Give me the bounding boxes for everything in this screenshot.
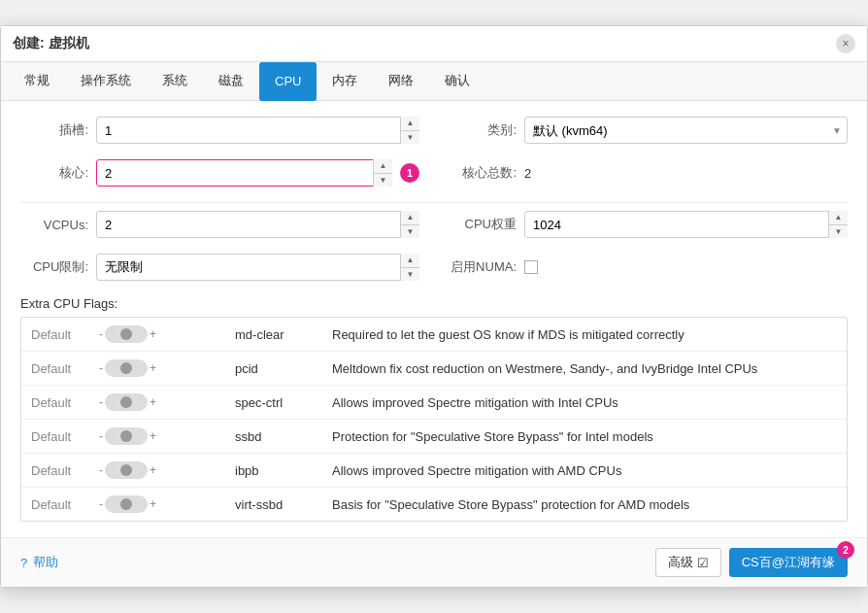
vcpus-input[interactable] — [96, 211, 419, 238]
category-select-wrap: 默认 (kvm64) ▼ — [524, 117, 848, 144]
category-row: 类别: 默认 (kvm64) ▼ — [449, 117, 848, 144]
flag-name: spec-ctrl — [225, 386, 322, 420]
tab-cpu[interactable]: CPU — [259, 62, 317, 101]
slot-spin-up[interactable]: ▲ — [401, 117, 419, 131]
toggle-plus-icon[interactable]: + — [150, 361, 156, 375]
flag-toggle[interactable]: - + — [89, 454, 225, 488]
toggle-plus-icon[interactable]: + — [150, 463, 156, 477]
close-button[interactable]: × — [836, 34, 855, 53]
total-cores-row: 核心总数: 2 — [449, 159, 848, 187]
footer: ? 帮助 高级 ☑ CS百@江湖有缘 2 — [1, 537, 867, 587]
numa-label: 启用NUMA: — [449, 258, 517, 276]
advanced-checkbox: ☑ — [697, 556, 709, 570]
category-label: 类别: — [449, 121, 517, 139]
table-row: Default - + virt-ssbd Basis for "Specula… — [21, 488, 847, 522]
tab-memory[interactable]: 内存 — [317, 62, 373, 101]
tab-system[interactable]: 系统 — [147, 62, 203, 101]
cores-spin-up[interactable]: ▲ — [374, 159, 392, 174]
flag-state: Default — [21, 386, 89, 420]
toggle-track[interactable] — [105, 427, 148, 445]
toggle-track[interactable] — [105, 495, 148, 513]
vcpus-spin-down[interactable]: ▼ — [401, 225, 419, 239]
slot-label: 插槽: — [20, 121, 88, 139]
toggle-minus-icon[interactable]: - — [99, 395, 103, 409]
toggle-track[interactable] — [105, 393, 148, 411]
cpu-limit-spin-down[interactable]: ▼ — [401, 268, 419, 282]
flag-name: ssbd — [225, 420, 322, 454]
tab-os[interactable]: 操作系统 — [65, 62, 147, 101]
tab-general[interactable]: 常规 — [9, 62, 65, 101]
form-section-4: CPU限制: ▲ ▼ 启用NUMA: — [20, 254, 848, 281]
flags-table: Default - + md-clear Required to let the… — [21, 318, 847, 521]
cpu-weight-row: CPU权重 ▲ ▼ — [449, 211, 848, 238]
flag-description: Allows improved Spectre mitigation with … — [322, 454, 847, 488]
vcpus-spin-buttons: ▲ ▼ — [400, 211, 419, 238]
toggle-minus-icon[interactable]: - — [99, 497, 103, 511]
cpu-weight-input[interactable] — [524, 211, 848, 238]
advanced-button[interactable]: 高级 ☑ — [655, 548, 721, 577]
category-select[interactable]: 默认 (kvm64) — [524, 117, 848, 144]
flag-description: Basis for "Speculative Store Bypass" pro… — [322, 488, 847, 522]
cpu-weight-spin-down[interactable]: ▼ — [829, 225, 848, 239]
flag-toggle[interactable]: - + — [89, 318, 225, 352]
numa-checkbox[interactable] — [524, 260, 538, 274]
toggle-plus-icon[interactable]: + — [150, 327, 156, 341]
toggle-minus-icon[interactable]: - — [99, 463, 103, 477]
vcpus-input-wrap: ▲ ▼ — [96, 211, 419, 238]
tab-bar: 常规 操作系统 系统 磁盘 CPU 内存 网络 确认 — [1, 62, 867, 101]
help-label: 帮助 — [33, 554, 58, 571]
tab-disk[interactable]: 磁盘 — [203, 62, 259, 101]
cores-spin-down[interactable]: ▼ — [374, 174, 392, 187]
flag-name: pcid — [225, 352, 322, 386]
table-row: Default - + spec-ctrl Allows improved Sp… — [21, 386, 847, 420]
cpu-limit-input[interactable] — [96, 254, 419, 281]
toggle-minus-icon[interactable]: - — [99, 429, 103, 443]
cores-label: 核心: — [20, 164, 88, 182]
flag-toggle[interactable]: - + — [89, 386, 225, 420]
toggle-plus-icon[interactable]: + — [150, 429, 156, 443]
toggle-plus-icon[interactable]: + — [150, 395, 156, 409]
flag-state: Default — [21, 318, 89, 352]
vcpus-spin-up[interactable]: ▲ — [401, 211, 419, 225]
toggle-minus-icon[interactable]: - — [99, 327, 103, 341]
flag-state: Default — [21, 488, 89, 522]
flag-toggle[interactable]: - + — [89, 352, 225, 386]
flag-description: Required to let the guest OS know if MDS… — [322, 318, 847, 352]
flag-name: md-clear — [225, 318, 322, 352]
cores-row: 核心: ▲ ▼ 1 — [20, 159, 419, 187]
form-section-2: 核心: ▲ ▼ 1 核心总数: 2 — [20, 159, 848, 187]
tab-network[interactable]: 网络 — [373, 62, 429, 101]
slot-row: 插槽: ▲ ▼ — [20, 117, 419, 144]
cpu-limit-spin-up[interactable]: ▲ — [401, 254, 419, 268]
vcpus-label: VCPUs: — [20, 218, 88, 232]
slot-spin-down[interactable]: ▼ — [401, 131, 419, 145]
flag-toggle[interactable]: - + — [89, 420, 225, 454]
toggle-track[interactable] — [105, 359, 148, 377]
title-bar: 创建: 虚拟机 × — [1, 26, 867, 62]
slot-input[interactable] — [96, 117, 419, 144]
help-button[interactable]: ? 帮助 — [20, 554, 58, 571]
cpu-weight-label: CPU权重 — [449, 216, 517, 233]
flag-name: ibpb — [225, 454, 322, 488]
cpu-weight-spin-buttons: ▲ ▼ — [828, 211, 848, 238]
cores-input-wrap: ▲ ▼ — [96, 159, 392, 187]
footer-actions: 高级 ☑ CS百@江湖有缘 2 — [655, 548, 848, 577]
divider-1 — [20, 202, 848, 203]
flag-toggle[interactable]: - + — [89, 488, 225, 522]
toggle-track[interactable] — [105, 325, 148, 343]
toggle-track[interactable] — [105, 461, 148, 479]
tab-confirm[interactable]: 确认 — [429, 62, 485, 101]
toggle-plus-icon[interactable]: + — [150, 497, 156, 511]
create-vm-dialog: 创建: 虚拟机 × 常规 操作系统 系统 磁盘 CPU 内存 网络 确认 插槽:… — [0, 25, 868, 588]
cpu-limit-label: CPU限制: — [20, 258, 88, 276]
cs-button[interactable]: CS百@江湖有缘 2 — [729, 548, 848, 577]
cores-input[interactable] — [96, 159, 392, 187]
table-row: Default - + ssbd Protection for "Specula… — [21, 420, 847, 454]
toggle-minus-icon[interactable]: - — [99, 361, 103, 375]
cpu-weight-spin-up[interactable]: ▲ — [829, 211, 848, 225]
cs-badge: 2 — [837, 541, 854, 559]
flag-state: Default — [21, 352, 89, 386]
form-section-3: VCPUs: ▲ ▼ CPU权重 ▲ ▼ — [20, 211, 848, 238]
flag-description: Meltdown fix cost reduction on Westmere,… — [322, 352, 847, 386]
flags-table-wrap[interactable]: Default - + md-clear Required to let the… — [20, 317, 848, 522]
